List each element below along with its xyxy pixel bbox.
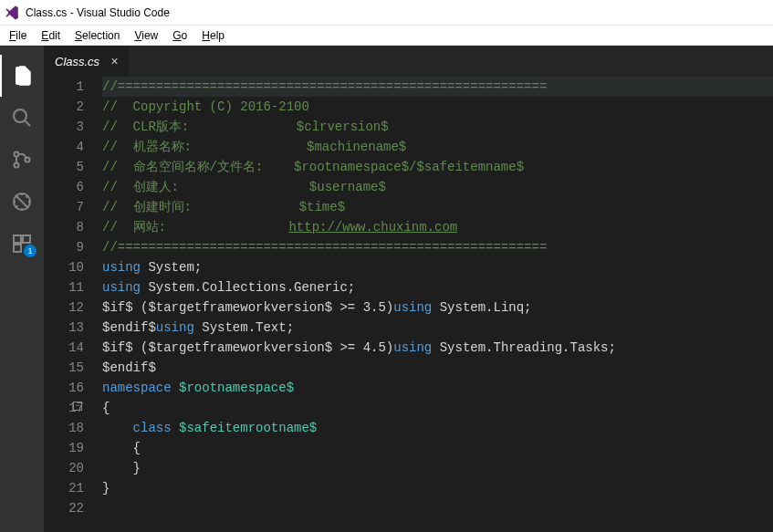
menu-edit[interactable]: Edit: [34, 27, 68, 44]
menu-selection[interactable]: Selection: [68, 27, 127, 44]
code-line[interactable]: $endif$using System.Text;: [102, 318, 773, 338]
git-icon: [11, 149, 33, 171]
code-line[interactable]: namespace $rootnamespace$: [102, 378, 773, 398]
code-line[interactable]: // CLR版本: $clrversion$: [102, 117, 773, 137]
line-number: 5: [44, 157, 84, 177]
svg-rect-7: [14, 235, 21, 243]
line-number: 16: [44, 378, 84, 398]
debug-icon: [11, 191, 33, 213]
code-line[interactable]: $if$ ($targetframeworkversion$ >= 3.5)us…: [102, 297, 773, 318]
svg-point-4: [26, 158, 30, 162]
activity-search[interactable]: [0, 97, 44, 139]
line-number-gutter: 1234567891011121314151617−1819202122: [44, 77, 99, 532]
line-number: 11: [44, 277, 84, 297]
svg-point-3: [15, 163, 19, 168]
menu-view[interactable]: View: [127, 27, 165, 44]
tab-close-icon[interactable]: ×: [110, 55, 118, 68]
code-line[interactable]: // 创建时间: $time$: [102, 197, 773, 217]
editor-group: Class.cs × 1234567891011121314151617−181…: [44, 46, 773, 532]
code-line[interactable]: $if$ ($targetframeworkversion$ >= 4.5)us…: [102, 338, 773, 358]
line-number: 21: [44, 478, 84, 498]
svg-rect-9: [23, 235, 30, 243]
editor[interactable]: 1234567891011121314151617−1819202122 //=…: [44, 77, 773, 532]
titlebar: Class.cs - Visual Studio Code: [0, 0, 773, 26]
code-line[interactable]: // 网站: http://www.chuxinm.com: [102, 217, 773, 237]
line-number: 10: [44, 257, 84, 277]
code-line[interactable]: using System.Collections.Generic;: [102, 277, 773, 297]
line-number: 8: [44, 217, 84, 237]
code-line[interactable]: {: [102, 438, 773, 458]
line-number: 12: [44, 297, 84, 318]
code-line[interactable]: // 创建人: $username$: [102, 177, 773, 197]
menu-file[interactable]: File: [2, 27, 34, 44]
code-area[interactable]: //======================================…: [99, 77, 773, 532]
line-number: 17−: [44, 398, 84, 418]
code-line[interactable]: //======================================…: [102, 77, 773, 97]
code-line[interactable]: //======================================…: [102, 237, 773, 257]
activity-debug[interactable]: [0, 181, 44, 223]
extensions-badge: 1: [24, 245, 37, 257]
code-line[interactable]: $endif$: [102, 358, 773, 378]
fold-toggle-icon[interactable]: −: [73, 402, 82, 411]
line-number: 13: [44, 318, 84, 338]
line-number: 20: [44, 458, 84, 478]
menu-go[interactable]: Go: [165, 27, 194, 44]
line-number: 15: [44, 358, 84, 378]
line-number: 14: [44, 338, 84, 358]
line-number: 7: [44, 197, 84, 217]
code-line[interactable]: }: [102, 458, 773, 478]
code-line[interactable]: // 机器名称: $machinename$: [102, 137, 773, 157]
activity-git[interactable]: [0, 139, 44, 181]
workbench: 1 Class.cs × 1234567891011121314151617−1…: [0, 46, 773, 532]
code-line[interactable]: // Copyright (C) 2016-2100: [102, 97, 773, 117]
vscode-logo-icon: [4, 5, 20, 21]
search-icon: [11, 107, 33, 129]
line-number: 1: [44, 77, 84, 97]
code-line[interactable]: }: [102, 478, 773, 498]
line-number: 22: [44, 498, 84, 518]
files-icon: [12, 65, 34, 87]
line-number: 9: [44, 237, 84, 257]
tabs: Class.cs ×: [44, 46, 773, 77]
menu-help[interactable]: Help: [194, 27, 232, 44]
svg-line-1: [25, 120, 30, 126]
line-number: 6: [44, 177, 84, 197]
code-line[interactable]: {: [102, 398, 773, 418]
tab-label: Class.cs: [55, 55, 99, 68]
svg-point-0: [14, 110, 26, 122]
line-number: 3: [44, 117, 84, 137]
tab-class-cs[interactable]: Class.cs ×: [44, 46, 130, 77]
activity-explorer[interactable]: [0, 55, 44, 97]
activitybar: 1: [0, 46, 44, 532]
window-title: Class.cs - Visual Studio Code: [26, 6, 170, 19]
line-number: 2: [44, 97, 84, 117]
svg-point-2: [15, 152, 19, 157]
line-number: 18: [44, 418, 84, 438]
line-number: 19: [44, 438, 84, 458]
code-line[interactable]: class $safeitemrootname$: [102, 418, 773, 438]
menubar: File Edit Selection View Go Help: [0, 26, 773, 46]
line-number: 4: [44, 137, 84, 157]
activity-extensions[interactable]: 1: [0, 223, 44, 265]
svg-rect-8: [14, 245, 21, 252]
code-line[interactable]: using System;: [102, 257, 773, 277]
code-line[interactable]: // 命名空间名称/文件名: $rootnamespace$/$safeitem…: [102, 157, 773, 177]
code-line[interactable]: [102, 498, 773, 518]
